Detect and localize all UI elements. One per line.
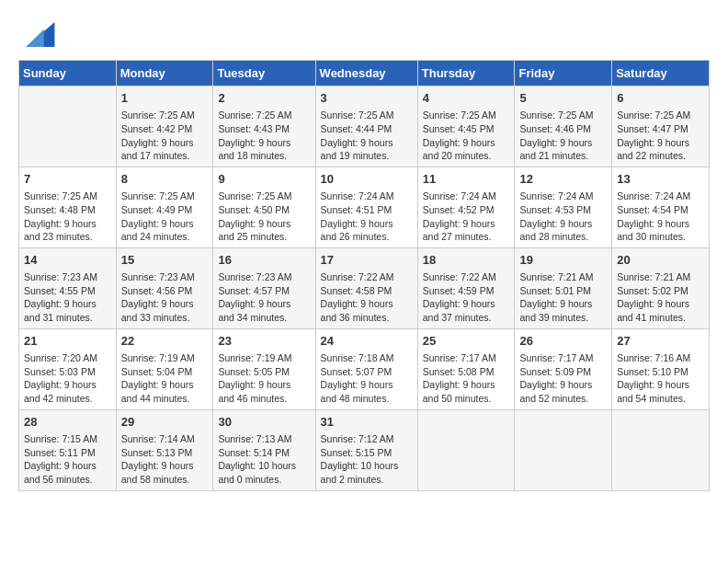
day-info: Sunrise: 7:12 AM Sunset: 5:15 PM Dayligh…: [321, 432, 413, 487]
calendar-cell: 26Sunrise: 7:17 AM Sunset: 5:09 PM Dayli…: [515, 328, 612, 409]
day-number: 17: [321, 252, 413, 269]
day-number: 16: [218, 252, 310, 269]
logo: [18, 18, 61, 51]
calendar-cell: 30Sunrise: 7:13 AM Sunset: 5:14 PM Dayli…: [213, 409, 315, 490]
day-number: 22: [121, 333, 209, 350]
header-day-thursday: Thursday: [417, 61, 515, 86]
calendar-cell: 31Sunrise: 7:12 AM Sunset: 5:15 PM Dayli…: [315, 409, 417, 490]
calendar-cell: 9Sunrise: 7:25 AM Sunset: 4:50 PM Daylig…: [213, 167, 315, 247]
day-number: 3: [321, 90, 413, 107]
day-number: 23: [218, 333, 310, 350]
day-number: 26: [519, 333, 607, 350]
calendar-cell: 4Sunrise: 7:25 AM Sunset: 4:45 PM Daylig…: [417, 86, 515, 167]
calendar-cell: 20Sunrise: 7:21 AM Sunset: 5:02 PM Dayli…: [612, 247, 710, 328]
day-number: 20: [617, 252, 704, 269]
day-number: 13: [617, 171, 704, 188]
calendar-cell: 28Sunrise: 7:15 AM Sunset: 5:11 PM Dayli…: [19, 409, 117, 490]
day-info: Sunrise: 7:23 AM Sunset: 4:57 PM Dayligh…: [218, 270, 310, 325]
day-info: Sunrise: 7:24 AM Sunset: 4:51 PM Dayligh…: [321, 190, 413, 244]
day-info: Sunrise: 7:17 AM Sunset: 5:09 PM Dayligh…: [519, 351, 607, 406]
day-info: Sunrise: 7:23 AM Sunset: 4:56 PM Dayligh…: [121, 270, 209, 325]
day-number: 12: [519, 171, 607, 188]
calendar-cell: 1Sunrise: 7:25 AM Sunset: 4:42 PM Daylig…: [116, 86, 213, 167]
day-number: 2: [218, 90, 310, 107]
day-number: 27: [617, 333, 704, 350]
header-day-wednesday: Wednesday: [315, 61, 417, 86]
day-number: 4: [423, 90, 510, 107]
header-day-tuesday: Tuesday: [213, 61, 315, 86]
calendar-cell: 27Sunrise: 7:16 AM Sunset: 5:10 PM Dayli…: [612, 328, 710, 409]
day-info: Sunrise: 7:25 AM Sunset: 4:48 PM Dayligh…: [24, 190, 111, 244]
calendar-cell: 2Sunrise: 7:25 AM Sunset: 4:43 PM Daylig…: [213, 86, 315, 167]
calendar-cell: 3Sunrise: 7:25 AM Sunset: 4:44 PM Daylig…: [315, 86, 417, 167]
day-number: 19: [519, 252, 607, 269]
day-info: Sunrise: 7:19 AM Sunset: 5:05 PM Dayligh…: [218, 351, 310, 406]
calendar-cell: 25Sunrise: 7:17 AM Sunset: 5:08 PM Dayli…: [417, 328, 515, 409]
day-info: Sunrise: 7:24 AM Sunset: 4:54 PM Dayligh…: [617, 190, 704, 244]
calendar-cell: 6Sunrise: 7:25 AM Sunset: 4:47 PM Daylig…: [612, 86, 710, 167]
calendar-cell: [417, 409, 515, 490]
calendar-cell: 14Sunrise: 7:23 AM Sunset: 4:55 PM Dayli…: [19, 247, 117, 328]
calendar-cell: 29Sunrise: 7:14 AM Sunset: 5:13 PM Dayli…: [116, 409, 213, 490]
day-number: 18: [423, 252, 510, 269]
calendar-table: SundayMondayTuesdayWednesdayThursdayFrid…: [18, 60, 710, 491]
day-info: Sunrise: 7:14 AM Sunset: 5:13 PM Dayligh…: [121, 432, 209, 487]
week-row-4: 21Sunrise: 7:20 AM Sunset: 5:03 PM Dayli…: [19, 328, 710, 409]
day-number: 1: [121, 90, 209, 107]
day-number: 11: [423, 171, 510, 188]
day-info: Sunrise: 7:23 AM Sunset: 4:55 PM Dayligh…: [24, 270, 111, 325]
calendar-cell: 5Sunrise: 7:25 AM Sunset: 4:46 PM Daylig…: [515, 86, 612, 167]
header-day-monday: Monday: [116, 61, 213, 86]
calendar-cell: 12Sunrise: 7:24 AM Sunset: 4:53 PM Dayli…: [515, 167, 612, 247]
calendar-cell: 11Sunrise: 7:24 AM Sunset: 4:52 PM Dayli…: [417, 167, 515, 247]
header-day-sunday: Sunday: [19, 61, 117, 86]
day-info: Sunrise: 7:13 AM Sunset: 5:14 PM Dayligh…: [218, 432, 310, 487]
calendar-cell: [612, 409, 710, 490]
day-info: Sunrise: 7:24 AM Sunset: 4:52 PM Dayligh…: [423, 190, 510, 244]
calendar-cell: 23Sunrise: 7:19 AM Sunset: 5:05 PM Dayli…: [213, 328, 315, 409]
day-info: Sunrise: 7:25 AM Sunset: 4:43 PM Dayligh…: [218, 109, 310, 163]
calendar-cell: 17Sunrise: 7:22 AM Sunset: 4:58 PM Dayli…: [315, 247, 417, 328]
day-info: Sunrise: 7:18 AM Sunset: 5:07 PM Dayligh…: [321, 351, 413, 406]
week-row-3: 14Sunrise: 7:23 AM Sunset: 4:55 PM Dayli…: [19, 247, 710, 328]
day-number: 21: [24, 333, 111, 350]
day-number: 14: [24, 252, 111, 269]
day-info: Sunrise: 7:15 AM Sunset: 5:11 PM Dayligh…: [24, 432, 111, 487]
header-day-friday: Friday: [515, 61, 612, 86]
calendar-header: SundayMondayTuesdayWednesdayThursdayFrid…: [19, 61, 710, 86]
calendar-cell: 7Sunrise: 7:25 AM Sunset: 4:48 PM Daylig…: [19, 167, 117, 247]
week-row-1: 1Sunrise: 7:25 AM Sunset: 4:42 PM Daylig…: [19, 86, 710, 167]
day-info: Sunrise: 7:25 AM Sunset: 4:45 PM Dayligh…: [423, 109, 510, 163]
day-info: Sunrise: 7:20 AM Sunset: 5:03 PM Dayligh…: [24, 351, 111, 406]
day-number: 5: [519, 90, 607, 107]
day-info: Sunrise: 7:21 AM Sunset: 5:02 PM Dayligh…: [617, 270, 704, 325]
calendar-cell: 22Sunrise: 7:19 AM Sunset: 5:04 PM Dayli…: [116, 328, 213, 409]
day-info: Sunrise: 7:19 AM Sunset: 5:04 PM Dayligh…: [121, 351, 209, 406]
day-number: 9: [218, 171, 310, 188]
day-info: Sunrise: 7:24 AM Sunset: 4:53 PM Dayligh…: [519, 190, 607, 244]
calendar-cell: 16Sunrise: 7:23 AM Sunset: 4:57 PM Dayli…: [213, 247, 315, 328]
svg-marker-1: [26, 29, 43, 47]
day-info: Sunrise: 7:22 AM Sunset: 4:59 PM Dayligh…: [423, 270, 510, 325]
calendar-cell: 24Sunrise: 7:18 AM Sunset: 5:07 PM Dayli…: [315, 328, 417, 409]
day-info: Sunrise: 7:21 AM Sunset: 5:01 PM Dayligh…: [519, 270, 607, 325]
day-info: Sunrise: 7:25 AM Sunset: 4:49 PM Dayligh…: [121, 190, 209, 244]
day-number: 8: [121, 171, 209, 188]
header-day-saturday: Saturday: [612, 61, 710, 86]
week-row-5: 28Sunrise: 7:15 AM Sunset: 5:11 PM Dayli…: [19, 409, 710, 490]
day-number: 25: [423, 333, 510, 350]
day-info: Sunrise: 7:25 AM Sunset: 4:44 PM Dayligh…: [321, 109, 413, 163]
calendar-cell: [19, 86, 117, 167]
day-info: Sunrise: 7:17 AM Sunset: 5:08 PM Dayligh…: [423, 351, 510, 406]
day-number: 31: [321, 414, 413, 431]
day-info: Sunrise: 7:25 AM Sunset: 4:50 PM Dayligh…: [218, 190, 310, 244]
week-row-2: 7Sunrise: 7:25 AM Sunset: 4:48 PM Daylig…: [19, 167, 710, 247]
day-number: 29: [121, 414, 209, 431]
day-number: 28: [24, 414, 111, 431]
day-number: 7: [24, 171, 111, 188]
day-info: Sunrise: 7:22 AM Sunset: 4:58 PM Dayligh…: [321, 270, 413, 325]
calendar-cell: 18Sunrise: 7:22 AM Sunset: 4:59 PM Dayli…: [417, 247, 515, 328]
day-number: 30: [218, 414, 310, 431]
header-row: SundayMondayTuesdayWednesdayThursdayFrid…: [19, 61, 710, 86]
day-number: 6: [617, 90, 704, 107]
